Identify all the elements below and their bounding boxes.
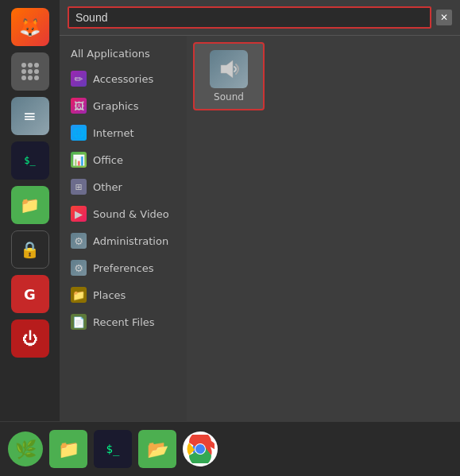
search-bar: ✕	[60, 0, 460, 36]
grub-icon: G	[24, 286, 36, 303]
sound-app-label: Sound	[214, 91, 244, 103]
svg-marker-0	[221, 60, 233, 78]
files-icon: 📁	[20, 195, 40, 215]
bottom-icon-mint[interactable]: 🌿	[8, 431, 43, 466]
office-icon: 📊	[71, 152, 87, 168]
settings-icon: ≡	[23, 106, 37, 126]
office-label: Office	[93, 154, 123, 166]
svg-point-4	[195, 444, 205, 454]
mint-icon: 🌿	[15, 439, 37, 459]
other-icon: ⊞	[71, 179, 87, 195]
category-graphics[interactable]: 🖼 Graphics	[60, 92, 187, 119]
apps-panel: Sound	[187, 36, 460, 421]
accessories-icon: ✏	[71, 71, 87, 87]
taskbar-bottom: 🌿 📁 $_ 📂	[0, 422, 460, 476]
categories-panel: All Applications ✏ Accessories 🖼 Graphic…	[60, 36, 187, 421]
category-sound-video[interactable]: ▶ Sound & Video	[60, 200, 187, 227]
category-administration[interactable]: ⚙ Administration	[60, 227, 187, 254]
firefox-icon: 🦊	[19, 17, 41, 37]
internet-label: Internet	[93, 127, 134, 139]
category-recent-files[interactable]: 📄 Recent Files	[60, 308, 187, 335]
preferences-icon: ⚙	[71, 260, 87, 276]
menu-container: ✕ All Applications ✏ Accessories 🖼 Graph…	[60, 0, 460, 421]
taskbar-icon-lock[interactable]: 🔒	[11, 230, 49, 269]
all-applications-label: All Applications	[71, 48, 150, 60]
app-sound[interactable]: Sound	[193, 42, 265, 110]
terminal-icon: $_	[24, 155, 35, 166]
power-icon: ⏻	[22, 329, 38, 348]
taskbar-left: 🦊 ≡ $_ 📁 🔒 G ⏻	[0, 0, 60, 421]
preferences-label: Preferences	[93, 262, 153, 274]
taskbar-icon-power[interactable]: ⏻	[11, 319, 49, 358]
graphics-icon: 🖼	[71, 98, 87, 114]
taskbar-icon-files[interactable]: 📁	[11, 186, 49, 224]
search-clear-button[interactable]: ✕	[436, 10, 452, 25]
administration-label: Administration	[93, 235, 168, 247]
taskbar-icon-grub[interactable]: G	[11, 275, 49, 313]
internet-icon: 🌐	[71, 125, 87, 141]
sound-app-icon	[210, 50, 248, 88]
category-places[interactable]: 📁 Places	[60, 281, 187, 308]
menu-body: All Applications ✏ Accessories 🖼 Graphic…	[60, 36, 460, 421]
apps-icon	[21, 63, 39, 80]
places-icon: 📁	[71, 287, 87, 303]
sound-video-icon: ▶	[71, 206, 87, 222]
sound-video-label: Sound & Video	[93, 208, 169, 220]
bottom-icon-terminal[interactable]: $_	[94, 430, 132, 468]
bottom-icon-files-green[interactable]: 📁	[49, 430, 87, 468]
category-office[interactable]: 📊 Office	[60, 146, 187, 173]
search-input-wrapper	[68, 6, 431, 29]
recent-files-icon: 📄	[71, 314, 87, 330]
category-all-applications[interactable]: All Applications	[60, 42, 187, 65]
taskbar-icon-apps[interactable]	[11, 52, 49, 91]
files2-icon: 📂	[147, 439, 168, 459]
files-green-icon: 📁	[58, 439, 79, 459]
accessories-label: Accessories	[93, 73, 153, 85]
taskbar-icon-terminal[interactable]: $_	[11, 141, 49, 180]
bottom-icon-chrome[interactable]	[183, 431, 218, 466]
taskbar-icon-settings[interactable]: ≡	[11, 97, 49, 135]
lock-icon: 🔒	[20, 240, 40, 259]
bottom-icon-files2[interactable]: 📂	[138, 430, 176, 468]
category-accessories[interactable]: ✏ Accessories	[60, 65, 187, 92]
category-internet[interactable]: 🌐 Internet	[60, 119, 187, 146]
category-preferences[interactable]: ⚙ Preferences	[60, 254, 187, 281]
recent-files-label: Recent Files	[93, 316, 155, 328]
search-input[interactable]	[75, 11, 423, 24]
taskbar-icon-firefox[interactable]: 🦊	[11, 8, 49, 46]
other-label: Other	[93, 181, 122, 193]
graphics-label: Graphics	[93, 100, 138, 112]
category-other[interactable]: ⊞ Other	[60, 173, 187, 200]
administration-icon: ⚙	[71, 233, 87, 249]
places-label: Places	[93, 289, 126, 301]
terminal2-icon: $_	[106, 443, 120, 455]
